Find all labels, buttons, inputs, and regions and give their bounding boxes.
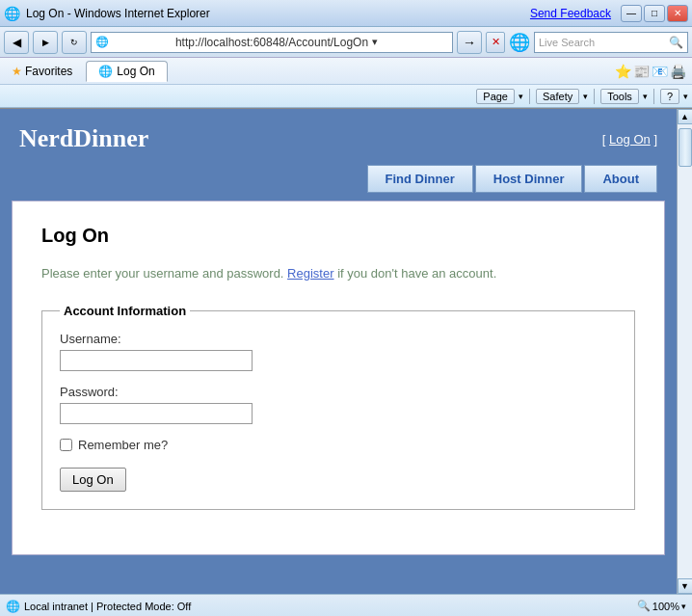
scroll-down-button[interactable]: ▼ (678, 578, 693, 594)
favorites-toolbar-icon3[interactable]: 📧 (652, 64, 668, 79)
forward-button[interactable]: ▶ (33, 31, 58, 54)
remember-me-checkbox[interactable] (60, 439, 72, 451)
login-link[interactable]: Log On (609, 132, 651, 147)
site-logo: NerdDinner (19, 124, 148, 153)
maximize-button[interactable]: □ (644, 5, 665, 22)
zone-icon: 🌐 (6, 600, 20, 613)
register-link[interactable]: Register (287, 266, 333, 281)
status-right-area: 🔍 100% ▾ (637, 600, 686, 612)
scroll-track[interactable] (678, 124, 692, 578)
address-bar-input[interactable]: 🌐 http://localhost:60848/Account/LogOn ▾ (91, 32, 453, 53)
find-dinner-nav-button[interactable]: Find Dinner (367, 165, 473, 193)
intro-text-before: Please enter your username and password. (41, 266, 287, 281)
refresh-button[interactable]: ↻ (62, 31, 87, 54)
zone-text: Local intranet | Protected Mode: Off (24, 601, 191, 612)
login-bracket-close: ] (653, 132, 657, 147)
intro-text-after: if you don't have an account. (337, 266, 496, 281)
favorites-toolbar-icon4[interactable]: 🖨️ (670, 64, 686, 79)
page-menu-button[interactable]: Page (476, 89, 515, 104)
zoom-dropdown-icon: ▾ (681, 602, 686, 611)
page-title: Log On (41, 225, 635, 247)
back-button[interactable]: ◀ (4, 31, 29, 54)
username-input[interactable] (60, 350, 253, 371)
ie-title-icon: 🌐 (4, 6, 20, 21)
page-content-area: NerdDinner [ Log On ] Find Dinner Host D… (0, 109, 677, 594)
toolbar-separator-1 (529, 89, 530, 104)
zoom-icon: 🔍 (637, 600, 651, 612)
intro-text: Please enter your username and password.… (41, 266, 635, 281)
address-dropdown-icon[interactable]: ▾ (372, 36, 448, 48)
window-controls: — □ ✕ (621, 5, 688, 22)
safety-dropdown-icon: ▾ (583, 92, 588, 101)
close-button[interactable]: ✕ (667, 5, 688, 22)
address-bar: ◀ ▶ ↻ 🌐 http://localhost:60848/Account/L… (0, 27, 692, 58)
star-icon: ★ (12, 65, 22, 78)
status-bar: 🌐 Local intranet | Protected Mode: Off 🔍… (0, 594, 692, 616)
ie-logo-icon: 🌐 (509, 32, 530, 53)
toolbar-separator-2 (594, 89, 595, 104)
status-zone: 🌐 Local intranet | Protected Mode: Off (6, 600, 191, 613)
page-dropdown-icon: ▾ (519, 92, 523, 101)
ie-page-icon: 🌐 (95, 36, 172, 48)
title-bar-left: 🌐 Log On - Windows Internet Explorer (4, 6, 210, 21)
live-search-placeholder: Live Search (539, 37, 667, 48)
tab-label: Log On (117, 65, 154, 78)
tools-dropdown-icon: ▾ (643, 92, 648, 101)
account-info-fieldset: Account Information Username: Password: … (41, 304, 635, 510)
tab-bar: 🌐 Log On (86, 61, 167, 82)
url-display: http://localhost:60848/Account/LogOn (175, 36, 368, 49)
scroll-up-button[interactable]: ▲ (678, 109, 693, 124)
tools-menu-button[interactable]: Tools (600, 89, 639, 104)
favorites-toolbar-icon1[interactable]: ⭐ (615, 64, 631, 79)
send-feedback-link[interactable]: Send Feedback (530, 7, 611, 20)
live-search-box[interactable]: Live Search 🔍 (534, 32, 688, 53)
search-icon[interactable]: 🔍 (669, 36, 683, 49)
login-bracket-open: [ (602, 132, 609, 147)
password-label: Password: (60, 385, 617, 399)
page-header: NerdDinner [ Log On ] (8, 117, 669, 161)
favorites-toolbar-area: ★ Favorites 🌐 Log On ⭐ 📰 📧 🖨️ Page ▾ Saf… (0, 58, 692, 109)
title-bar: 🌐 Log On - Windows Internet Explorer Sen… (0, 0, 692, 27)
scroll-thumb[interactable] (679, 128, 692, 167)
favorites-toolbar-icon2[interactable]: 📰 (633, 64, 650, 79)
favorites-label: Favorites (25, 65, 72, 78)
nerddinner-page: NerdDinner [ Log On ] Find Dinner Host D… (0, 109, 677, 594)
favorites-bar: ★ Favorites 🌐 Log On ⭐ 📰 📧 🖨️ (0, 58, 692, 85)
username-field-group: Username: (60, 332, 617, 371)
fieldset-legend: Account Information (60, 304, 190, 318)
username-label: Username: (60, 332, 617, 346)
favorites-button[interactable]: ★ Favorites (6, 63, 78, 80)
page-content-box: Log On Please enter your username and pa… (12, 201, 665, 555)
about-nav-button[interactable]: About (584, 165, 657, 193)
go-button[interactable]: → (457, 31, 482, 54)
password-input[interactable] (60, 403, 253, 424)
host-dinner-nav-button[interactable]: Host Dinner (475, 165, 583, 193)
main-nav: Find Dinner Host Dinner About (8, 165, 669, 193)
active-tab[interactable]: 🌐 Log On (86, 61, 167, 82)
favorites-icons: ⭐ 📰 📧 🖨️ (615, 64, 686, 79)
remember-me-label: Remember me? (78, 438, 168, 452)
window-title: Log On - Windows Internet Explorer (26, 7, 210, 20)
help-button[interactable]: ? (660, 89, 679, 104)
vertical-scrollbar[interactable]: ▲ ▼ (677, 109, 692, 594)
minimize-button[interactable]: — (621, 5, 642, 22)
help-dropdown-icon: ▾ (683, 92, 688, 101)
stop-button[interactable]: ✕ (486, 32, 505, 53)
header-login-area: [ Log On ] (602, 132, 657, 147)
password-field-group: Password: (60, 385, 617, 424)
browser-content-area: NerdDinner [ Log On ] Find Dinner Host D… (0, 109, 692, 594)
zoom-control[interactable]: 🔍 100% ▾ (637, 600, 686, 612)
logon-submit-button[interactable]: Log On (60, 468, 126, 492)
zoom-level: 100% (652, 601, 679, 612)
tab-icon: 🌐 (98, 65, 113, 78)
command-toolbar: Page ▾ Safety ▾ Tools ▾ ? ▾ (0, 85, 692, 108)
safety-menu-button[interactable]: Safety (536, 89, 579, 104)
remember-me-row: Remember me? (60, 438, 617, 452)
toolbar-separator-3 (653, 89, 654, 104)
